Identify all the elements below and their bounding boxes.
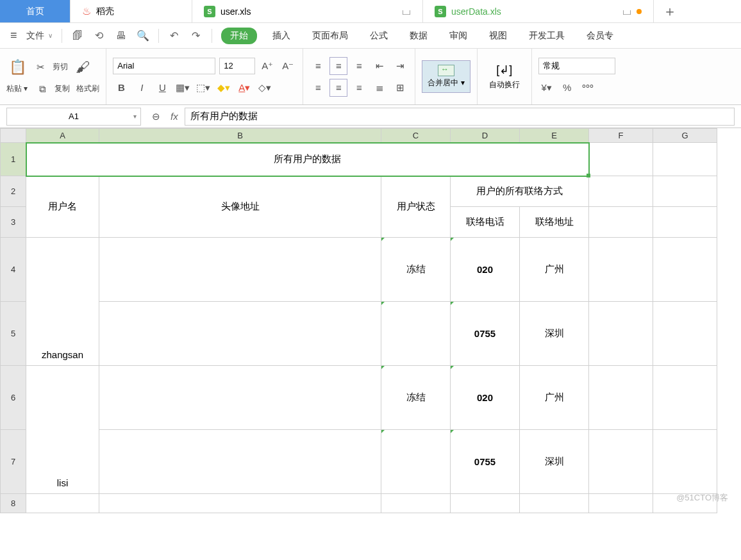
ribbon-tab-start[interactable]: 开始	[221, 28, 257, 44]
ribbon-tab-formula[interactable]: 公式	[363, 29, 394, 43]
paste-icon[interactable]: 📋	[6, 56, 28, 78]
ribbon-tab-member[interactable]: 会员专	[580, 29, 620, 43]
font-name-select[interactable]	[113, 58, 215, 74]
cell-addr-2[interactable]: 深圳	[520, 302, 589, 366]
align-bottom-icon[interactable]: ≡	[351, 58, 367, 74]
ribbon-tab-dev[interactable]: 开发工具	[522, 29, 571, 43]
ribbon-tab-review[interactable]: 审阅	[443, 29, 474, 43]
row-header-1[interactable]: 1	[1, 143, 26, 176]
cell-header-contact[interactable]: 用户的所有联络方式	[451, 176, 589, 207]
indent-dec-icon[interactable]: ⇤	[371, 58, 388, 74]
ribbon-tab-insert[interactable]: 插入	[266, 29, 297, 43]
cell[interactable]	[99, 430, 381, 494]
cell[interactable]	[99, 302, 381, 366]
file-menu[interactable]: 文件∨	[26, 30, 53, 42]
cell-header-avatar[interactable]: 头像地址	[99, 176, 381, 238]
fill-color-icon[interactable]: ◆▾	[215, 79, 232, 96]
cell[interactable]	[589, 143, 653, 176]
cell-header-addr[interactable]: 联络地址	[520, 207, 589, 238]
cell[interactable]	[451, 494, 520, 513]
tab-shell[interactable]: ♨ 稻壳	[71, 0, 192, 22]
spreadsheet-grid[interactable]: A B C D E F G 1 所有用户的数据 2 用户名 头像地址 用户状态 …	[0, 128, 741, 513]
font-size-select[interactable]	[219, 58, 255, 74]
cell-header-phone[interactable]: 联络电话	[451, 207, 520, 238]
align-left-icon[interactable]: ≡	[310, 79, 326, 96]
cell-status-2[interactable]: 冻结	[381, 366, 451, 430]
print-icon[interactable]: 🖶	[115, 29, 128, 42]
cell-user-2[interactable]: lisi	[26, 366, 99, 494]
cell[interactable]	[653, 430, 717, 494]
col-header-c[interactable]: C	[381, 129, 451, 143]
cell[interactable]	[653, 238, 717, 302]
align-center-icon[interactable]: ≡	[330, 79, 347, 96]
row-header-7[interactable]: 7	[1, 430, 26, 494]
cell[interactable]	[26, 494, 99, 513]
row-header-6[interactable]: 6	[1, 366, 26, 430]
format-painter-icon[interactable]: 🖌	[72, 56, 94, 78]
bold-icon[interactable]: B	[113, 79, 129, 96]
align-right-icon[interactable]: ≡	[351, 79, 367, 96]
cell-addr-4[interactable]: 深圳	[520, 430, 589, 494]
col-header-f[interactable]: F	[589, 129, 653, 143]
cell[interactable]	[99, 494, 381, 513]
cell[interactable]	[589, 302, 653, 366]
copy-button[interactable]: ⧉复制	[34, 81, 70, 97]
cell-phone-3[interactable]: 020	[451, 366, 520, 430]
row-header-4[interactable]: 4	[1, 238, 26, 302]
underline-icon[interactable]: U	[154, 79, 171, 96]
col-header-e[interactable]: E	[520, 129, 589, 143]
name-box[interactable]: A1	[6, 108, 141, 126]
italic-icon[interactable]: I	[133, 79, 150, 96]
cell[interactable]	[589, 176, 653, 207]
new-tab-button[interactable]: ＋	[654, 0, 686, 22]
row-header-3[interactable]: 3	[1, 207, 26, 238]
ribbon-tab-data[interactable]: 数据	[403, 29, 434, 43]
hamburger-icon[interactable]: ≡	[10, 29, 17, 42]
fx-icon[interactable]: fx	[171, 111, 178, 122]
number-format-select[interactable]	[538, 58, 615, 74]
align-top-icon[interactable]: ≡	[310, 58, 326, 74]
align-middle-icon[interactable]: ≡	[330, 58, 347, 74]
col-header-b[interactable]: B	[99, 129, 381, 143]
cut-button[interactable]: ✂剪切	[32, 59, 68, 76]
border-icon[interactable]: ▦▾	[174, 79, 191, 96]
cell-header-user[interactable]: 用户名	[26, 176, 99, 238]
increase-font-icon[interactable]: A⁺	[259, 58, 276, 74]
cell-user-1[interactable]: zhangsan	[26, 238, 99, 366]
indent-inc-icon[interactable]: ⇥	[392, 58, 408, 74]
cell[interactable]	[653, 207, 717, 238]
cell[interactable]	[589, 366, 653, 430]
orientation-icon[interactable]: ⊞	[392, 79, 408, 96]
cell-addr-1[interactable]: 广州	[520, 238, 589, 302]
tab-home[interactable]: 首页	[0, 0, 71, 22]
thousands-icon[interactable]: ᵒᵒᵒ	[579, 79, 596, 96]
cell[interactable]	[520, 494, 589, 513]
cell-title[interactable]: 所有用户的数据	[26, 143, 589, 176]
cell-phone-4[interactable]: 0755	[451, 430, 520, 494]
cell-phone-2[interactable]: 0755	[451, 302, 520, 366]
cell[interactable]	[589, 494, 653, 513]
clear-format-icon[interactable]: ◇▾	[256, 79, 273, 96]
row-header-8[interactable]: 8	[1, 494, 26, 513]
redo-icon[interactable]: ↷	[190, 29, 203, 42]
select-all-corner[interactable]	[1, 129, 26, 143]
fill-style-icon[interactable]: ⬚▾	[195, 79, 212, 96]
cell[interactable]	[381, 494, 451, 513]
percent-icon[interactable]: %	[559, 79, 576, 96]
decrease-font-icon[interactable]: A⁻	[279, 58, 296, 74]
cell-addr-3[interactable]: 广州	[520, 366, 589, 430]
cell[interactable]	[589, 207, 653, 238]
currency-icon[interactable]: ¥▾	[538, 79, 555, 96]
zoom-out-icon[interactable]: ⊖	[147, 108, 164, 125]
formula-input[interactable]	[185, 108, 735, 126]
col-header-a[interactable]: A	[26, 129, 99, 143]
row-header-2[interactable]: 2	[1, 176, 26, 207]
col-header-g[interactable]: G	[653, 129, 717, 143]
font-color-icon[interactable]: A▾	[236, 79, 253, 96]
cell-status-1b[interactable]	[381, 302, 451, 366]
cell-header-status[interactable]: 用户状态	[381, 176, 451, 238]
ribbon-tab-layout[interactable]: 页面布局	[306, 29, 354, 43]
cell-avatar-1[interactable]	[99, 238, 381, 302]
cell[interactable]	[653, 366, 717, 430]
cell[interactable]	[589, 238, 653, 302]
